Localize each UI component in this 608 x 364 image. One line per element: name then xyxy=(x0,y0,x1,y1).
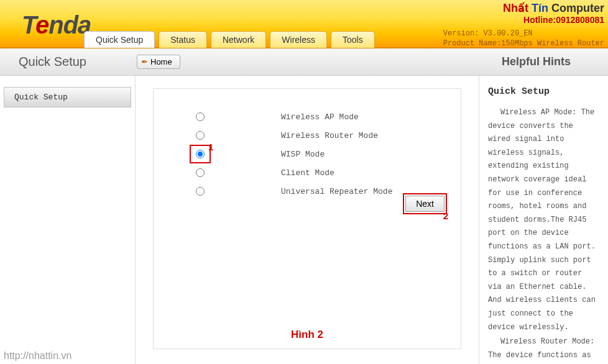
home-icon: ✒ xyxy=(141,57,148,66)
radio-wisp[interactable] xyxy=(196,150,205,158)
label-client: Client Mode xyxy=(281,168,334,178)
header: Tenda Nhất Tín Computer Hotline:09128080… xyxy=(0,0,608,48)
hints-title: Quick Setup xyxy=(488,83,599,100)
content: Quick Setup Wireless AP Mode Wireless Ro… xyxy=(0,76,608,364)
radio-wireless-ap[interactable] xyxy=(196,112,205,121)
page-title: Quick Setup xyxy=(19,55,137,69)
tab-quick-setup[interactable]: Quick Setup xyxy=(84,31,155,48)
mode-row-client: Client Mode xyxy=(185,163,442,182)
version-info: Version: V3.00.20_EN Product Name:150Mbp… xyxy=(443,29,604,48)
label-wisp: WISP Mode xyxy=(281,150,325,159)
tab-network[interactable]: Network xyxy=(211,31,266,48)
main: Wireless AP Mode Wireless Router Mode WI… xyxy=(136,76,479,364)
brand-text: Nhất Tín Computer xyxy=(503,1,604,15)
label-repeater: Universal Repeater Mode xyxy=(281,187,392,196)
annotation-2: 2 xyxy=(443,211,448,221)
home-button[interactable]: ✒ Home xyxy=(137,55,180,69)
home-button-label: Home xyxy=(150,57,172,66)
figure-caption: Hình 2 xyxy=(291,329,323,341)
logo: Tenda xyxy=(22,11,91,39)
hints-p1: Wireless AP Mode: The device converts th… xyxy=(488,106,599,334)
tab-tools[interactable]: Tools xyxy=(331,31,375,48)
next-button[interactable]: Next xyxy=(405,196,444,212)
label-wireless-ap: Wireless AP Mode xyxy=(281,112,359,122)
mode-row-wisp: WISP Mode 1 xyxy=(185,145,442,163)
next-wrap: Next 2 xyxy=(403,193,447,214)
footer-url: http://nhattin.vn xyxy=(4,350,71,362)
tab-wireless[interactable]: Wireless xyxy=(270,31,327,48)
hints-panel[interactable]: Quick Setup Wireless AP Mode: The device… xyxy=(479,76,608,364)
mode-row-router: Wireless Router Mode xyxy=(185,126,442,145)
radio-client[interactable] xyxy=(196,168,205,177)
hints-p2: Wireless Router Mode: The device functio… xyxy=(488,335,599,364)
sidebar-item-quick-setup[interactable]: Quick Setup xyxy=(4,87,131,107)
main-panel: Wireless AP Mode Wireless Router Mode WI… xyxy=(153,88,461,349)
radio-wireless-router[interactable] xyxy=(196,131,205,140)
highlight-next: Next xyxy=(403,193,447,214)
hints-header: Helpful Hints xyxy=(502,55,571,68)
tab-status[interactable]: Status xyxy=(159,31,207,48)
highlight-wisp xyxy=(190,145,211,163)
mode-row-ap: Wireless AP Mode xyxy=(185,107,442,126)
label-wireless-router: Wireless Router Mode xyxy=(281,131,378,140)
tabs-bar: Quick Setup Status Network Wireless Tool… xyxy=(84,31,375,48)
sidebar: Quick Setup xyxy=(0,76,136,364)
hotline: Hotline:0912808081 xyxy=(523,15,604,25)
subheader: Quick Setup ✒ Home Helpful Hints xyxy=(0,48,608,76)
annotation-1: 1 xyxy=(208,142,213,152)
radio-repeater[interactable] xyxy=(196,187,205,196)
